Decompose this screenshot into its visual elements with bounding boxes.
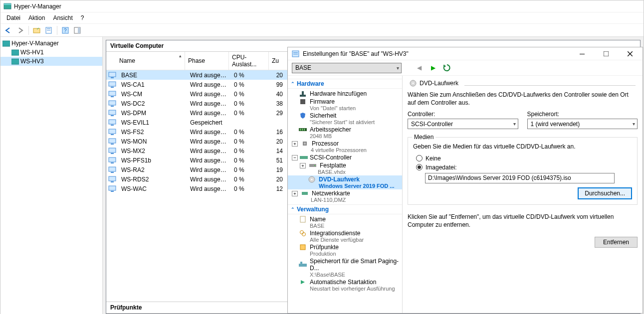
folder-icon[interactable]	[32, 25, 42, 35]
svg-rect-9	[78, 27, 80, 33]
menu-action[interactable]: Aktion	[25, 13, 48, 22]
firmware-icon	[299, 98, 307, 105]
collapse-icon[interactable]: −	[292, 155, 298, 160]
nav-back-icon[interactable]	[3, 25, 13, 35]
section-management[interactable]: ⌃Verwaltung	[288, 204, 402, 214]
vm-icon	[108, 72, 116, 78]
vm-icon	[108, 185, 116, 192]
mgmt-autostart[interactable]: Automatische StartaktionNeustart bei vor…	[288, 278, 402, 292]
cell-zu: 20	[271, 138, 284, 145]
properties-icon[interactable]	[44, 25, 54, 35]
hw-add-hardware[interactable]: Hardware hinzufügen	[288, 90, 402, 98]
vm-icon	[108, 138, 116, 145]
maximize-button[interactable]	[598, 48, 615, 59]
mgmt-name[interactable]: NameBASE	[288, 215, 402, 229]
mgmt-paging-location[interactable]: Speicherort für die Smart Paging-D...X:\…	[288, 257, 402, 278]
nav-forward-icon[interactable]	[15, 25, 25, 35]
col-phase[interactable]: Phase	[185, 52, 229, 70]
svg-rect-14	[111, 77, 114, 78]
svg-rect-28	[111, 144, 114, 145]
remove-button[interactable]: Entfernen	[595, 237, 638, 248]
expand-icon[interactable]: +	[292, 191, 298, 196]
browse-button[interactable]: Durchsuchen...	[578, 187, 632, 199]
dvd-icon	[308, 176, 316, 183]
col-zu[interactable]: Zu	[269, 52, 282, 70]
cell-name: WS-MX2	[118, 148, 187, 155]
radio-image[interactable]: Imagedatei:	[416, 164, 632, 171]
close-button[interactable]	[622, 48, 639, 59]
cell-name: WS-FS2	[118, 129, 187, 136]
image-path-input[interactable]: D:\Images\Windows Server 2019 FOD (c6194…	[425, 173, 615, 183]
radio-none[interactable]: Keine	[416, 155, 632, 162]
hw-firmware[interactable]: FirmwareVon "Datei" starten	[288, 98, 402, 112]
hw-network[interactable]: +NetzwerkkarteLAN-110,DMZ	[288, 189, 402, 203]
help-icon[interactable]: ?	[60, 25, 70, 35]
hw-scsi-controller[interactable]: −SCSI-Controller	[288, 154, 402, 161]
svg-rect-21	[109, 110, 116, 115]
vm-icon	[108, 100, 116, 107]
svg-rect-64	[300, 262, 302, 264]
svg-rect-13	[109, 72, 116, 77]
svg-rect-33	[109, 167, 116, 171]
vm-icon	[108, 119, 116, 126]
cell-name: WS-CM	[118, 91, 187, 98]
server-icon	[2, 40, 10, 47]
menu-help[interactable]: ?	[78, 13, 87, 22]
detail-intro: Wählen Sie zum Anschließen des CD/DVD-La…	[408, 91, 638, 107]
cell-name: WS-DC2	[118, 100, 187, 107]
svg-rect-16	[111, 87, 114, 88]
svg-rect-19	[109, 101, 116, 105]
svg-rect-34	[111, 172, 114, 173]
svg-rect-12	[11, 59, 19, 64]
cell-cpu: 0 %	[231, 100, 271, 107]
cell-zu: 99	[271, 81, 284, 88]
col-name[interactable]: Name▴	[106, 52, 185, 70]
next-button[interactable]: ▶	[429, 64, 437, 71]
prev-button[interactable]: ◀	[415, 64, 424, 71]
settings-nav[interactable]: ⌃Hardware Hardware hinzufügen FirmwareVo…	[288, 76, 403, 313]
controller-select[interactable]: SCSI-Controller	[408, 119, 518, 129]
minimize-button[interactable]	[574, 48, 591, 59]
svg-point-61	[302, 233, 306, 236]
cell-zu: 12	[271, 185, 284, 192]
hw-dvd-drive[interactable]: DVD-LaufwerkWindows Server 2019 FOD ...	[288, 175, 402, 189]
title-bar: Hyper-V-Manager	[0, 0, 644, 12]
svg-rect-63	[299, 264, 307, 267]
settings-icon	[292, 50, 300, 58]
tree-root[interactable]: Hyper-V-Manager	[0, 39, 102, 48]
vm-icon	[108, 110, 116, 116]
svg-text:?: ?	[64, 28, 67, 33]
settings-dialog: Einstellungen für "BASE" auf "WS-HV3" BA…	[287, 47, 643, 314]
name-icon	[299, 216, 307, 223]
cell-name: WS-MON	[118, 138, 187, 145]
cell-phase: Wird ausgeführt	[187, 138, 231, 145]
cell-phase: Wird ausgeführt	[187, 176, 231, 183]
vm-icon	[108, 176, 116, 182]
section-hardware[interactable]: ⌃Hardware	[288, 79, 402, 89]
menu-file[interactable]: Datei	[3, 13, 23, 22]
action-pane-icon[interactable]	[72, 25, 82, 35]
expand-icon[interactable]: +	[300, 163, 306, 168]
tree-host[interactable]: WS-HV1	[0, 48, 102, 57]
radio-checked-icon	[416, 164, 423, 170]
menu-view[interactable]: Ansicht	[50, 13, 75, 22]
cell-name: WS-RA2	[118, 166, 187, 173]
expand-icon[interactable]: +	[292, 141, 298, 147]
media-legend: Medien	[412, 134, 435, 141]
tree-host[interactable]: WS-HV3	[0, 57, 102, 66]
refresh-icon[interactable]	[442, 64, 451, 72]
media-intro: Geben Sie die Medien für das virtuelle C…	[413, 143, 632, 151]
location-select[interactable]: 1 (wird verwendet)	[527, 119, 638, 129]
cell-zu: 38	[271, 100, 284, 107]
svg-point-57	[311, 179, 313, 180]
col-cpu[interactable]: CPU-Auslast...	[229, 52, 269, 70]
hw-memory[interactable]: Arbeitsspeicher2048 MB	[288, 126, 402, 140]
mgmt-integration[interactable]: IntegrationsdiensteAlle Dienste verfügba…	[288, 229, 402, 243]
hw-disk[interactable]: +FestplatteBASE.vhdx	[288, 161, 402, 175]
mgmt-checkpoints[interactable]: PrüfpunkteProduktion	[288, 243, 402, 257]
hw-cpu[interactable]: +Prozessor4 virtuelle Prozessoren	[288, 140, 402, 154]
hw-security[interactable]: Sicherheit"Sicherer Start" ist aktiviert	[288, 112, 402, 126]
vm-selector[interactable]: BASE	[292, 63, 402, 73]
cell-phase: Wird ausgeführt	[187, 81, 231, 88]
cell-zu: 14	[271, 148, 284, 155]
